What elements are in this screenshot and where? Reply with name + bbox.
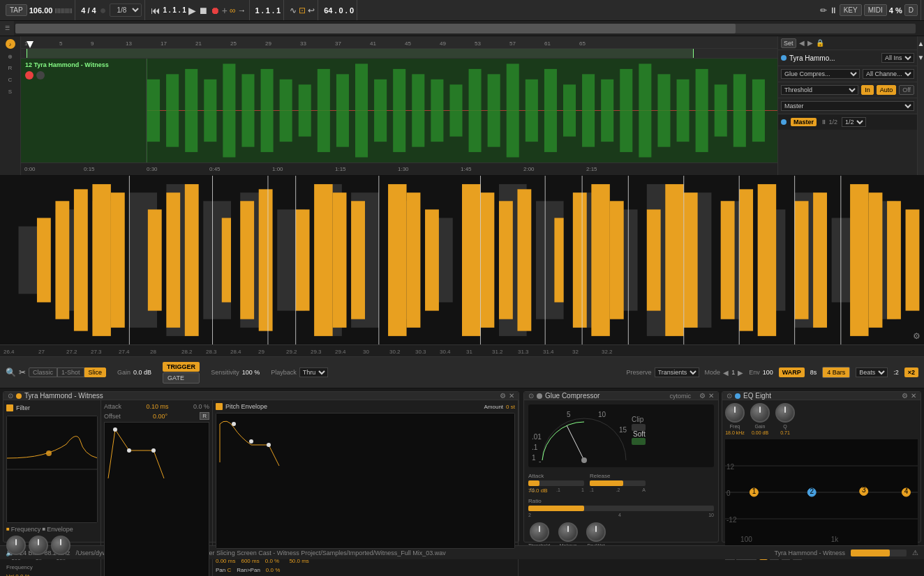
stop-icon[interactable]: ⏹ [198,5,208,16]
svg-rect-5 [204,79,216,142]
slice-btn[interactable]: Slice [84,367,107,377]
svg-text:1k: 1k [831,536,840,543]
gate-btn[interactable]: GATE [163,372,200,384]
master-select[interactable]: Master [781,101,914,111]
attack-scale: .01 .1 1 [528,487,584,492]
pause-icon[interactable]: ⏸ [829,6,837,15]
arr-scrollbar[interactable]: ▲ ▼ [917,36,924,175]
loop-curve-icon[interactable]: ∿ [290,6,297,15]
scroll-up[interactable]: ▲ [918,36,924,50]
drywet-knob[interactable] [586,522,606,542]
filter-label: Filter [16,404,30,411]
playback-group: Playback Thru [271,367,328,377]
loop-icon[interactable]: ∞ [230,6,236,15]
svg-rect-32 [715,84,727,137]
threshold-knob[interactable] [530,522,549,542]
makeup-knob[interactable] [558,522,578,542]
classic-btn[interactable]: Classic [29,367,57,377]
svg-rect-11 [318,69,330,152]
time-145: 1:45 [461,166,472,172]
time-100: 1:00 [272,166,283,172]
zoom-icon[interactable]: 🔍 [6,367,16,377]
loop-arrow-icon[interactable]: ↩ [308,6,315,15]
glue-select[interactable]: Glue Compres... [781,69,860,79]
drive-knob[interactable] [51,536,70,555]
next-icon[interactable]: ▶ [807,39,813,47]
release-slider[interactable]: .1 .2 A [590,480,646,486]
threshold-select[interactable]: Threshold [781,85,858,95]
res-knob[interactable] [29,536,48,555]
arrow-icon[interactable]: → [238,6,246,15]
fourbars-btn[interactable]: 4 Bars [822,367,850,378]
channels-select[interactable]: All Channe... [863,69,914,79]
master-btn[interactable]: Master [791,118,817,126]
transients-select[interactable]: Transients [655,367,699,377]
midi-button[interactable]: MIDI [864,4,887,16]
warp-btn[interactable]: WARP [779,367,805,377]
add-icon[interactable]: + [222,5,228,16]
power-icon[interactable]: ⊙ [8,392,13,400]
in-btn[interactable]: In [861,85,874,95]
record-icon[interactable]: ⏺ [210,5,220,16]
r-btn[interactable]: R [200,412,209,420]
auto-btn[interactable]: Auto [877,85,897,95]
eq-gain-knob[interactable] [750,403,770,423]
lock-icon[interactable]: 🔒 [816,39,824,47]
prev-icon[interactable]: ◀ [799,39,805,47]
eq-settings-icon[interactable]: ⚙ [902,392,908,400]
quantize-select[interactable]: 1/8 [110,3,142,17]
freq-knob[interactable] [6,536,26,555]
scroll-down[interactable]: ▼ [918,50,924,64]
settings-icon[interactable]: ⚙ [913,331,921,341]
mode-arrow-left[interactable]: ◀ [723,369,729,377]
x2-btn[interactable]: ×2 [904,367,918,377]
crop-icon[interactable]: ✂ [19,367,26,377]
ruler-mark-1: 1 [24,40,27,47]
svg-rect-6 [223,63,235,157]
bottom-panels: ⊙ Tyra Hammond - Witness ⚙ ✕ Filter [0,388,924,545]
simpler-dot [16,393,22,399]
play-icon[interactable]: ▶ [188,5,196,16]
glue-close-icon[interactable]: ✕ [708,392,714,400]
rewind-icon[interactable]: ⏮ [151,5,161,16]
solo-btn[interactable] [36,71,45,79]
eq-power-icon[interactable]: ⊙ [726,392,732,400]
close-icon[interactable]: ✕ [509,392,514,400]
d-button[interactable]: D [904,4,918,16]
half-select[interactable]: 1/2 [842,117,866,127]
eq-freq-label: Freq [730,424,740,429]
env-toggle[interactable]: ■ [42,526,45,533]
oneshot-btn[interactable]: 1-Shot [57,367,84,377]
attack-slider[interactable]: .01 .1 1 [528,480,584,486]
key-button[interactable]: KEY [840,4,862,16]
freq-toggle[interactable]: ■ [6,526,10,533]
off-btn[interactable]: Off [899,85,914,95]
eq-freq-knob[interactable] [725,403,745,423]
sensitivity-group: Sensitivity 100 % [211,369,260,376]
glue-settings-icon[interactable]: ⚙ [699,392,706,400]
pencil-icon[interactable]: ✏ [820,6,827,15]
headphones-icon[interactable]: ♪ [6,39,15,49]
playback-select[interactable]: Thru [299,367,328,377]
svg-text:12: 12 [726,463,735,471]
settings-icon2[interactable]: ⚙ [500,392,506,400]
svg-point-117 [151,448,156,453]
eq-q-knob[interactable] [775,403,795,423]
scroll-bar[interactable] [15,24,916,33]
eq-close-icon[interactable]: ✕ [911,392,916,400]
filter-label-row: Filter [6,403,98,413]
beats-select[interactable]: Beats [856,367,888,377]
mute-btn[interactable] [25,71,33,79]
r-a: A [642,487,646,492]
pitch-env-label: Pitch Envelope [225,403,267,410]
glue-power-icon[interactable]: ⊙ [528,392,534,400]
set-button[interactable]: Set [781,38,796,48]
arr-label: ⊕ [7,54,13,59]
ratio-slider[interactable]: 2 4 10 [528,506,714,511]
tap-button[interactable]: TAP [6,4,27,16]
trigger-btn[interactable]: TRIGGER [163,362,200,372]
loop-bracket-icon[interactable]: ⊡ [299,6,306,15]
eq-freq-group: Freq 18.0 kHz [725,403,745,435]
all-ins-select[interactable]: All Ins [881,53,914,63]
mode-arrow-right[interactable]: ▶ [738,369,743,377]
